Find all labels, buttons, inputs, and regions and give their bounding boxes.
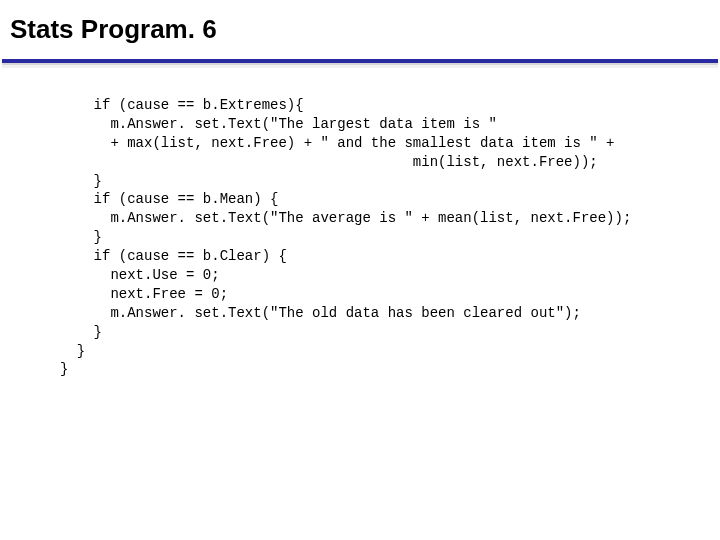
content-area: if (cause == b.Extremes){ m.Answer. set.… xyxy=(0,68,720,379)
title-divider xyxy=(2,59,718,68)
title-area: Stats Program. 6 xyxy=(0,0,720,53)
code-block: if (cause == b.Extremes){ m.Answer. set.… xyxy=(60,96,720,379)
slide: Stats Program. 6 if (cause == b.Extremes… xyxy=(0,0,720,540)
page-title: Stats Program. 6 xyxy=(10,14,710,45)
